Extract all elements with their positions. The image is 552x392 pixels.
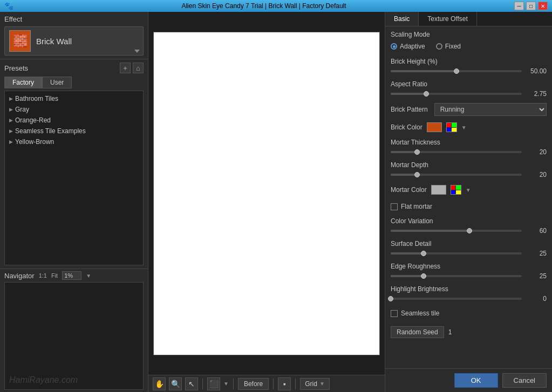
close-button[interactable]: ✕ xyxy=(538,2,548,10)
random-seed-group: Random Seed 1 xyxy=(391,324,547,340)
color-variation-slider[interactable] xyxy=(391,230,522,232)
surface-detail-group: Surface Detail 25 xyxy=(391,240,547,257)
preset-arrow-icon: ▶ xyxy=(9,128,13,134)
surface-detail-slider[interactable] xyxy=(391,252,522,255)
tab-user[interactable]: User xyxy=(42,77,72,88)
brick-color-group: Brick Color ▼ xyxy=(391,121,547,133)
toolbar-separator xyxy=(295,379,296,389)
edge-roughness-fill xyxy=(391,275,424,277)
fixed-radio[interactable]: Fixed xyxy=(436,43,461,50)
nav-fit-button[interactable]: Fit xyxy=(51,272,58,279)
brick-height-label: Brick Height (%) xyxy=(391,58,547,65)
presets-header: Presets + ⌂ xyxy=(4,63,144,73)
tab-factory[interactable]: Factory xyxy=(4,77,42,88)
brick-color-dropdown-arrow[interactable]: ▼ xyxy=(461,125,467,130)
aspect-ratio-slider-row: 2.75 xyxy=(391,90,547,98)
brick-height-value: 50.00 xyxy=(525,67,547,75)
mortar-depth-value: 20 xyxy=(525,171,547,178)
color-variation-group: Color Variation 60 xyxy=(391,217,547,235)
mortar-depth-thumb xyxy=(414,172,420,177)
pan-tool-button[interactable]: ✋ xyxy=(153,377,166,390)
main-layout: Effect 🧱 Brick Wall Presets + ⌂ Factory … xyxy=(0,12,552,392)
fixed-radio-circle xyxy=(436,43,442,50)
aspect-ratio-fill xyxy=(391,93,426,95)
canvas-area: ✋ 🔍 ↖ ⬛ ▼ Before ▪ Grid ▼ xyxy=(148,12,385,392)
view-dropdown-arrow[interactable]: ▼ xyxy=(223,381,229,387)
surface-detail-thumb xyxy=(421,251,426,256)
tab-texture-offset[interactable]: Texture Offset xyxy=(419,12,476,26)
canvas-toolbar: ✋ 🔍 ↖ ⬛ ▼ Before ▪ Grid ▼ xyxy=(148,375,385,392)
preset-name: Seamless Tile Examples xyxy=(15,127,86,135)
list-item[interactable]: ▶ Orange-Red xyxy=(5,115,143,126)
aspect-ratio-slider[interactable] xyxy=(391,93,522,95)
list-item[interactable]: ▶ Seamless Tile Examples xyxy=(5,126,143,136)
minimize-button[interactable]: ─ xyxy=(514,2,524,10)
brick-pattern-label: Brick Pattern xyxy=(391,106,428,113)
mortar-thickness-slider[interactable] xyxy=(391,151,522,153)
grid-button[interactable]: Grid ▼ xyxy=(300,378,330,390)
adaptive-radio[interactable]: Adaptive xyxy=(391,43,425,50)
brick-height-slider-row: 50.00 xyxy=(391,67,547,75)
brick-pattern-dropdown[interactable]: Running xyxy=(434,103,547,116)
highlight-brightness-group: Highlight Brightness 0 xyxy=(391,285,547,302)
effect-dropdown-arrow xyxy=(134,50,140,53)
add-preset-button[interactable]: + xyxy=(120,63,131,73)
brick-pattern-row: Brick Pattern Running xyxy=(391,103,547,116)
preset-arrow-icon: ▶ xyxy=(9,118,13,123)
edge-roughness-thumb xyxy=(421,273,426,279)
brick-height-group: Brick Height (%) 50.00 xyxy=(391,58,547,75)
brick-height-slider[interactable] xyxy=(391,70,522,72)
edge-roughness-slider[interactable] xyxy=(391,275,522,277)
tab-basic[interactable]: Basic xyxy=(385,12,419,26)
scaling-mode-label: Scaling Mode xyxy=(391,31,547,38)
brick-pattern-group: Brick Pattern Running xyxy=(391,103,547,116)
brick-color-grid-icon[interactable] xyxy=(446,122,457,132)
effect-section: Effect 🧱 Brick Wall xyxy=(0,12,148,59)
highlight-brightness-slider[interactable] xyxy=(391,298,522,300)
home-preset-button[interactable]: ⌂ xyxy=(133,63,144,73)
adaptive-radio-dot xyxy=(393,45,396,48)
adaptive-radio-circle xyxy=(391,43,397,50)
view-mode-button[interactable]: ⬛ xyxy=(207,377,220,390)
flat-mortar-row: Flat mortar xyxy=(391,201,547,212)
ok-button[interactable]: OK xyxy=(454,373,498,388)
effect-selector[interactable]: 🧱 Brick Wall xyxy=(4,26,144,56)
mortar-color-swatch[interactable] xyxy=(431,185,446,195)
fixed-label: Fixed xyxy=(445,43,461,50)
canvas-preview xyxy=(153,32,380,355)
effect-name: Brick Wall xyxy=(36,37,139,46)
mortar-depth-slider[interactable] xyxy=(391,174,522,176)
mortar-color-dropdown-arrow[interactable]: ▼ xyxy=(466,187,471,193)
select-tool-button[interactable]: ↖ xyxy=(185,377,198,390)
surface-detail-label: Surface Detail xyxy=(391,240,547,247)
mortar-color-grid-icon[interactable] xyxy=(451,185,461,195)
nav-zoom-input[interactable] xyxy=(62,271,81,280)
navigator-label: Navigator xyxy=(4,272,35,280)
zoom-tool-button[interactable]: 🔍 xyxy=(169,377,182,390)
list-item[interactable]: ▶ Bathroom Tiles xyxy=(5,93,143,104)
before-button[interactable]: Before xyxy=(238,378,269,390)
seamless-tile-checkbox[interactable] xyxy=(391,310,398,317)
watermark-text: HamiRayane.com xyxy=(9,375,78,385)
cancel-button[interactable]: Cancel xyxy=(502,373,547,388)
presets-label: Presets xyxy=(4,64,28,72)
list-item[interactable]: ▶ Gray xyxy=(5,104,143,115)
mortar-depth-slider-row: 20 xyxy=(391,171,547,178)
split-view-button[interactable]: ▪ xyxy=(278,377,291,390)
brick-color-label: Brick Color xyxy=(391,123,422,131)
mortar-color-group: Mortar Color ▼ xyxy=(391,184,547,196)
navigator-preview: HamiRayane.com xyxy=(4,282,144,390)
mortar-color-row: Mortar Color ▼ xyxy=(391,184,547,196)
maximize-button[interactable]: □ xyxy=(526,2,536,10)
mortar-depth-fill xyxy=(391,174,417,176)
nav-zoom-dropdown-arrow[interactable]: ▼ xyxy=(86,273,91,279)
app-icon: 🐾 xyxy=(4,2,13,10)
brick-color-swatch[interactable] xyxy=(427,122,442,132)
mortar-depth-group: Mortar Depth 20 xyxy=(391,161,547,178)
color-variation-fill xyxy=(391,230,469,232)
flat-mortar-checkbox[interactable] xyxy=(391,203,398,210)
random-seed-button[interactable]: Random Seed xyxy=(391,326,444,338)
list-item[interactable]: ▶ Yellow-Brown xyxy=(5,136,143,147)
nav-1x1-button[interactable]: 1:1 xyxy=(39,272,47,279)
preset-arrow-icon: ▶ xyxy=(9,139,13,145)
